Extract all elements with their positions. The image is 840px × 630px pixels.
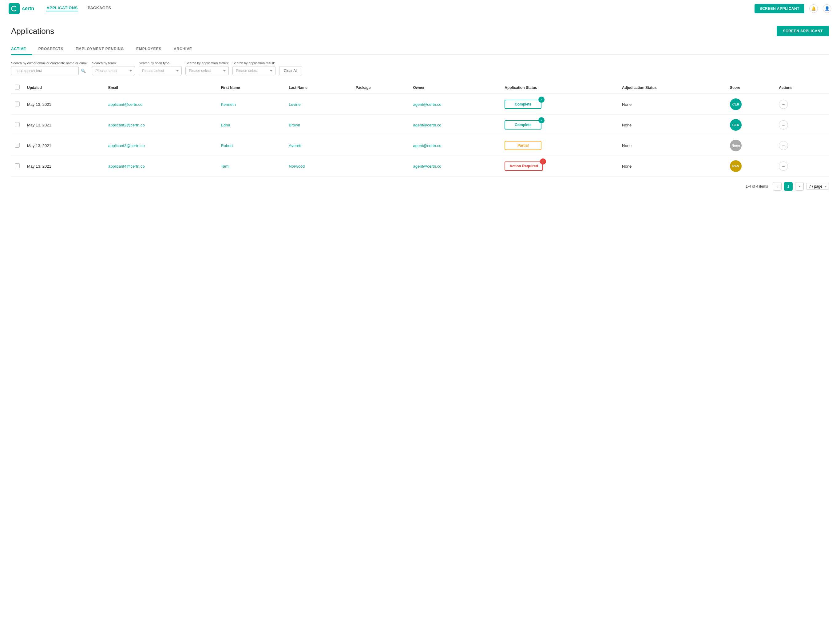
actions-menu-button[interactable]: ··· xyxy=(779,141,788,150)
search-input-wrap: 🔍 xyxy=(11,66,88,75)
application-status-badge[interactable]: Action Required xyxy=(505,161,543,171)
tabs-bar: ACTIVE PROSPECTS EMPLOYMENT PENDING EMPL… xyxy=(11,44,829,55)
row-email[interactable]: applicant4@certn.co xyxy=(104,156,217,177)
row-adjudication-status: None xyxy=(618,115,726,135)
row-first-name[interactable]: Kenneth xyxy=(217,94,285,115)
row-checkbox[interactable] xyxy=(15,143,20,148)
pagination-prev-button[interactable]: ‹ xyxy=(773,182,782,191)
email-link[interactable]: applicant2@certn.co xyxy=(108,123,145,127)
first-name-link[interactable]: Edna xyxy=(221,123,230,127)
owner-link[interactable]: agent@certn.co xyxy=(413,164,442,169)
application-status-badge[interactable]: Complete xyxy=(505,100,542,109)
score-circle: None xyxy=(730,140,742,151)
row-package xyxy=(352,94,409,115)
first-name-link[interactable]: Kenneth xyxy=(221,102,235,107)
app-result-filter-select[interactable]: Please select xyxy=(232,66,275,75)
row-last-name[interactable]: Averett xyxy=(285,135,352,156)
scan-type-filter-select[interactable]: Please select xyxy=(139,66,182,75)
check-badge: ✓ xyxy=(538,97,545,103)
first-name-link[interactable]: Robert xyxy=(221,143,233,148)
table-row: May 13, 2021 applicant4@certn.co Tami No… xyxy=(11,156,829,177)
application-status-badge[interactable]: Complete xyxy=(505,120,542,130)
screen-applicant-button[interactable]: SCREEN APPLICANT xyxy=(777,26,829,36)
row-owner[interactable]: agent@certn.co xyxy=(409,94,501,115)
row-score: None xyxy=(726,135,775,156)
row-email[interactable]: applicant3@certn.co xyxy=(104,135,217,156)
row-last-name[interactable]: Norwood xyxy=(285,156,352,177)
row-owner[interactable]: agent@certn.co xyxy=(409,115,501,135)
row-adjudication-status: None xyxy=(618,135,726,156)
row-first-name[interactable]: Robert xyxy=(217,135,285,156)
owner-link[interactable]: agent@certn.co xyxy=(413,143,442,148)
actions-menu-button[interactable]: ··· xyxy=(779,100,788,109)
row-score: REV xyxy=(726,156,775,177)
nav-link-applications[interactable]: APPLICATIONS xyxy=(46,6,78,11)
team-filter-group: Search by team: Please select xyxy=(92,61,135,75)
app-status-filter-select[interactable]: Please select xyxy=(185,66,229,75)
row-owner[interactable]: agent@certn.co xyxy=(409,135,501,156)
notifications-icon[interactable]: 🔔 xyxy=(809,4,818,13)
header-package: Package xyxy=(352,82,409,94)
owner-link[interactable]: agent@certn.co xyxy=(413,123,442,127)
svg-rect-0 xyxy=(9,3,20,14)
page-title: Applications xyxy=(11,27,54,36)
app-status-filter-group: Search by application status: Please sel… xyxy=(185,61,229,75)
navbar: certn APPLICATIONS PACKAGES SCREEN APPLI… xyxy=(0,0,840,17)
row-adjudication-status: None xyxy=(618,94,726,115)
row-checkbox-cell xyxy=(11,156,24,177)
tab-employees[interactable]: EMPLOYEES xyxy=(136,44,167,55)
logo-area: certn xyxy=(9,3,34,14)
tab-prospects[interactable]: PROSPECTS xyxy=(38,44,69,55)
last-name-link[interactable]: Levine xyxy=(289,102,300,107)
table-row: May 13, 2021 applicant3@certn.co Robert … xyxy=(11,135,829,156)
email-link[interactable]: applicant4@certn.co xyxy=(108,164,145,169)
row-application-status: Complete ✓ xyxy=(501,94,618,115)
last-name-link[interactable]: Norwood xyxy=(289,164,305,169)
first-name-link[interactable]: Tami xyxy=(221,164,229,169)
email-link[interactable]: applicant@certn.co xyxy=(108,102,142,107)
brand-name: certn xyxy=(22,6,34,11)
search-icon[interactable]: 🔍 xyxy=(81,69,86,73)
email-link[interactable]: applicant3@certn.co xyxy=(108,143,145,148)
header-first-name: First Name xyxy=(217,82,285,94)
pagination-page-1-button[interactable]: 1 xyxy=(784,182,793,191)
tab-archive[interactable]: ARCHIVE xyxy=(174,44,198,55)
row-application-status: Partial xyxy=(501,135,618,156)
row-first-name[interactable]: Edna xyxy=(217,115,285,135)
tab-employment-pending[interactable]: EMPLOYMENT PENDING xyxy=(76,44,130,55)
owner-link[interactable]: agent@certn.co xyxy=(413,102,442,107)
row-checkbox-cell xyxy=(11,94,24,115)
row-checkbox[interactable] xyxy=(15,163,20,168)
application-status-badge[interactable]: Partial xyxy=(505,141,542,150)
app-result-filter-label: Search by application result: xyxy=(232,61,275,65)
row-application-status: Action Required ! xyxy=(501,156,618,177)
row-last-name[interactable]: Levine xyxy=(285,94,352,115)
pagination-next-button[interactable]: › xyxy=(795,182,804,191)
search-input[interactable] xyxy=(11,66,79,75)
row-first-name[interactable]: Tami xyxy=(217,156,285,177)
actions-menu-button[interactable]: ··· xyxy=(779,161,788,171)
select-all-checkbox[interactable] xyxy=(15,85,20,90)
screen-applicant-nav-button[interactable]: SCREEN APPLICANT xyxy=(755,4,804,13)
app-result-filter-group: Search by application result: Please sel… xyxy=(232,61,275,75)
row-last-name[interactable]: Brown xyxy=(285,115,352,135)
clear-all-button[interactable]: Clear All xyxy=(279,66,302,75)
actions-menu-button[interactable]: ··· xyxy=(779,120,788,130)
filters-row: Search by owner email or candidate name … xyxy=(11,61,829,75)
row-owner[interactable]: agent@certn.co xyxy=(409,156,501,177)
header-checkbox-cell xyxy=(11,82,24,94)
tab-active[interactable]: ACTIVE xyxy=(11,44,32,55)
nav-link-packages[interactable]: PACKAGES xyxy=(88,6,111,11)
pagination-per-page-select[interactable]: 7 / page xyxy=(806,183,829,190)
last-name-link[interactable]: Brown xyxy=(289,123,300,127)
user-profile-icon[interactable]: 👤 xyxy=(823,4,831,13)
app-status-filter-label: Search by application status: xyxy=(185,61,229,65)
last-name-link[interactable]: Averett xyxy=(289,143,301,148)
team-filter-select[interactable]: Please select xyxy=(92,66,135,75)
row-email[interactable]: applicant2@certn.co xyxy=(104,115,217,135)
row-checkbox[interactable] xyxy=(15,122,20,127)
row-checkbox[interactable] xyxy=(15,101,20,106)
table-row: May 13, 2021 applicant2@certn.co Edna Br… xyxy=(11,115,829,135)
certn-logo[interactable] xyxy=(9,3,20,14)
row-email[interactable]: applicant@certn.co xyxy=(104,94,217,115)
